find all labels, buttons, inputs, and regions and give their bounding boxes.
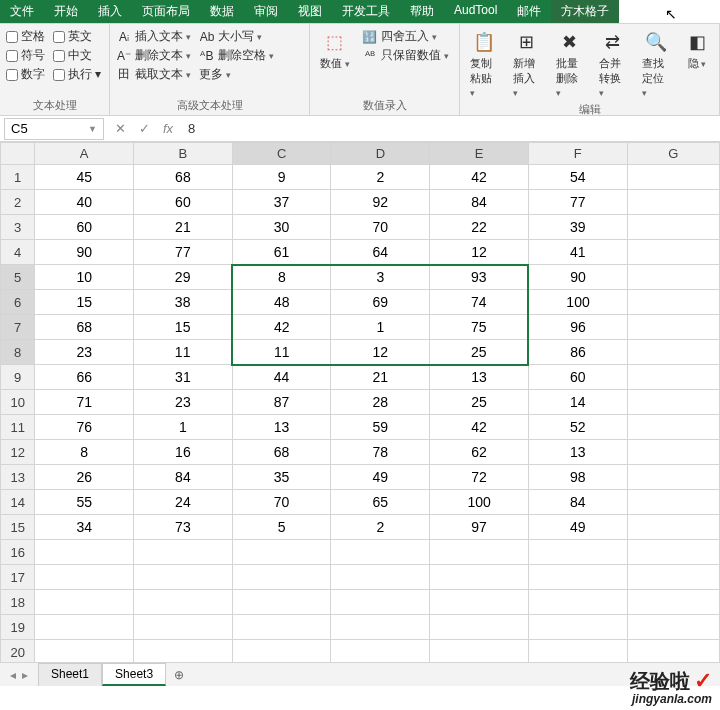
- delete-space-btn[interactable]: ᴬB删除空格: [199, 47, 274, 64]
- cell-B1[interactable]: 68: [134, 165, 233, 190]
- cell-A19[interactable]: [35, 615, 134, 640]
- cell-F13[interactable]: 98: [528, 465, 627, 490]
- cell-G13[interactable]: [627, 465, 719, 490]
- check-空格[interactable]: 空格: [6, 28, 45, 45]
- row-header-13[interactable]: 13: [1, 465, 35, 490]
- cell-E18[interactable]: [430, 590, 529, 615]
- edit-btn-0[interactable]: 📋复制粘贴: [466, 28, 501, 100]
- row-header-14[interactable]: 14: [1, 490, 35, 515]
- cell-G11[interactable]: [627, 415, 719, 440]
- cell-D13[interactable]: 49: [331, 465, 430, 490]
- cell-F7[interactable]: 96: [528, 315, 627, 340]
- cell-C8[interactable]: 11: [232, 340, 331, 365]
- cell-D20[interactable]: [331, 640, 430, 663]
- cell-G17[interactable]: [627, 565, 719, 590]
- cell-D6[interactable]: 69: [331, 290, 430, 315]
- menu-tab-10[interactable]: 邮件: [507, 0, 551, 23]
- more-btn[interactable]: 更多: [199, 66, 274, 83]
- col-header-A[interactable]: A: [35, 143, 134, 165]
- row-header-7[interactable]: 7: [1, 315, 35, 340]
- cell-A14[interactable]: 55: [35, 490, 134, 515]
- cell-F14[interactable]: 84: [528, 490, 627, 515]
- cell-D2[interactable]: 92: [331, 190, 430, 215]
- cell-E15[interactable]: 97: [430, 515, 529, 540]
- cell-E5[interactable]: 93: [430, 265, 529, 290]
- cell-D10[interactable]: 28: [331, 390, 430, 415]
- cell-E3[interactable]: 22: [430, 215, 529, 240]
- edit-btn-3[interactable]: ⇄合并转换: [595, 28, 630, 100]
- cell-F18[interactable]: [528, 590, 627, 615]
- menu-tab-4[interactable]: 数据: [200, 0, 244, 23]
- cell-C9[interactable]: 44: [232, 365, 331, 390]
- cell-E14[interactable]: 100: [430, 490, 529, 515]
- cell-D4[interactable]: 64: [331, 240, 430, 265]
- cell-G10[interactable]: [627, 390, 719, 415]
- cell-F4[interactable]: 41: [528, 240, 627, 265]
- cell-D16[interactable]: [331, 540, 430, 565]
- cell-C13[interactable]: 35: [232, 465, 331, 490]
- cell-E4[interactable]: 12: [430, 240, 529, 265]
- cell-E8[interactable]: 25: [430, 340, 529, 365]
- cell-D18[interactable]: [331, 590, 430, 615]
- col-header-E[interactable]: E: [430, 143, 529, 165]
- cell-A16[interactable]: [35, 540, 134, 565]
- cell-A20[interactable]: [35, 640, 134, 663]
- check-中文[interactable]: 中文: [53, 47, 101, 64]
- cell-A2[interactable]: 40: [35, 190, 134, 215]
- cell-A18[interactable]: [35, 590, 134, 615]
- check-数字[interactable]: 数字: [6, 66, 45, 83]
- cell-E13[interactable]: 72: [430, 465, 529, 490]
- cell-B17[interactable]: [134, 565, 233, 590]
- cell-A9[interactable]: 66: [35, 365, 134, 390]
- cell-E11[interactable]: 42: [430, 415, 529, 440]
- cell-F20[interactable]: [528, 640, 627, 663]
- cell-E16[interactable]: [430, 540, 529, 565]
- row-header-20[interactable]: 20: [1, 640, 35, 663]
- cell-C10[interactable]: 87: [232, 390, 331, 415]
- delete-text-btn[interactable]: A⁻删除文本: [116, 47, 191, 64]
- cancel-button[interactable]: ✕: [108, 121, 132, 136]
- cell-F5[interactable]: 90: [528, 265, 627, 290]
- menu-tab-9[interactable]: AudTool: [444, 0, 507, 23]
- cell-G7[interactable]: [627, 315, 719, 340]
- menu-tab-8[interactable]: 帮助: [400, 0, 444, 23]
- cell-B9[interactable]: 31: [134, 365, 233, 390]
- cell-D3[interactable]: 70: [331, 215, 430, 240]
- cell-B7[interactable]: 15: [134, 315, 233, 340]
- cell-C3[interactable]: 30: [232, 215, 331, 240]
- cell-G3[interactable]: [627, 215, 719, 240]
- cell-F16[interactable]: [528, 540, 627, 565]
- cell-B13[interactable]: 84: [134, 465, 233, 490]
- cell-B16[interactable]: [134, 540, 233, 565]
- cell-F3[interactable]: 39: [528, 215, 627, 240]
- menu-tab-5[interactable]: 审阅: [244, 0, 288, 23]
- cell-D7[interactable]: 1: [331, 315, 430, 340]
- name-box[interactable]: C5 ▼: [4, 118, 104, 140]
- row-header-2[interactable]: 2: [1, 190, 35, 215]
- sheet-nav[interactable]: ◂ ▸: [0, 668, 38, 682]
- row-header-18[interactable]: 18: [1, 590, 35, 615]
- cell-G16[interactable]: [627, 540, 719, 565]
- cell-E2[interactable]: 84: [430, 190, 529, 215]
- add-sheet-button[interactable]: ⊕: [166, 665, 192, 685]
- cell-E6[interactable]: 74: [430, 290, 529, 315]
- check-执行[interactable]: 执行 ▾: [53, 66, 101, 83]
- row-header-1[interactable]: 1: [1, 165, 35, 190]
- cell-D15[interactable]: 2: [331, 515, 430, 540]
- cell-E7[interactable]: 75: [430, 315, 529, 340]
- cell-B12[interactable]: 16: [134, 440, 233, 465]
- row-header-15[interactable]: 15: [1, 515, 35, 540]
- round-btn[interactable]: 🔢四舍五入: [362, 28, 449, 45]
- row-header-9[interactable]: 9: [1, 365, 35, 390]
- cell-D5[interactable]: 3: [331, 265, 430, 290]
- sheet-tab-Sheet1[interactable]: Sheet1: [38, 663, 102, 686]
- menu-tab-6[interactable]: 视图: [288, 0, 332, 23]
- row-header-11[interactable]: 11: [1, 415, 35, 440]
- row-header-16[interactable]: 16: [1, 540, 35, 565]
- cell-B15[interactable]: 73: [134, 515, 233, 540]
- cell-G8[interactable]: [627, 340, 719, 365]
- cell-F15[interactable]: 49: [528, 515, 627, 540]
- cell-D14[interactable]: 65: [331, 490, 430, 515]
- cell-C1[interactable]: 9: [232, 165, 331, 190]
- check-英文[interactable]: 英文: [53, 28, 101, 45]
